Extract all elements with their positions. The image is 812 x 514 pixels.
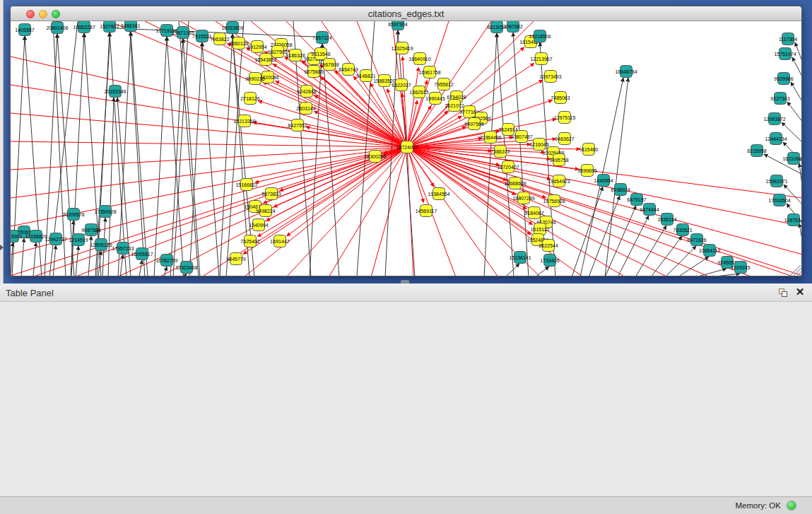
graph-node[interactable]	[104, 21, 116, 33]
graph-node[interactable]	[11, 230, 19, 243]
collapsed-control-panel[interactable]	[0, 0, 4, 284]
graph-node[interactable]	[230, 253, 242, 265]
graph-node[interactable]	[775, 93, 787, 105]
graph-node[interactable]	[620, 66, 632, 78]
network-view-window[interactable]: citations_edges.txt 18724007796382288601…	[10, 6, 802, 276]
graph-node[interactable]	[438, 78, 450, 90]
graph-node[interactable]	[529, 207, 541, 219]
graph-node[interactable]	[507, 21, 519, 33]
graph-node[interactable]	[317, 32, 329, 44]
graph-node[interactable]	[78, 21, 90, 33]
graph-node[interactable]	[559, 112, 571, 124]
graph-node[interactable]	[300, 103, 312, 115]
graph-node[interactable]	[343, 64, 355, 76]
graph-node[interactable]	[544, 255, 556, 267]
graph-node[interactable]	[469, 118, 481, 130]
graph-node[interactable]	[73, 234, 85, 246]
graph-node[interactable]	[677, 224, 689, 236]
graph-node[interactable]	[239, 115, 251, 127]
graph-node[interactable]	[292, 119, 304, 132]
graph-node[interactable]	[553, 154, 565, 166]
graph-node[interactable]	[751, 145, 763, 157]
graph-node[interactable]	[360, 70, 372, 82]
graph-node[interactable]	[260, 205, 272, 217]
graph-node[interactable]	[86, 224, 98, 236]
graph-node[interactable]	[396, 79, 408, 91]
graph-node[interactable]	[249, 201, 261, 213]
graph-node[interactable]	[615, 184, 627, 196]
graph-node[interactable]	[430, 93, 442, 105]
graph-node[interactable]	[770, 133, 782, 145]
graph-node[interactable]	[420, 205, 433, 217]
graph-node[interactable]	[631, 194, 643, 206]
graph-node[interactable]	[379, 75, 391, 87]
graph-node[interactable]	[50, 233, 62, 245]
graph-node[interactable]	[788, 153, 800, 165]
graph-node[interactable]	[532, 234, 544, 246]
graph-node[interactable]	[534, 223, 546, 235]
graph-node[interactable]	[214, 33, 226, 45]
graph-node[interactable]	[370, 151, 382, 163]
graph-node[interactable]	[233, 37, 245, 49]
graph-node[interactable]	[68, 209, 80, 221]
close-panel-icon[interactable]: ✕	[794, 286, 806, 298]
graph-node[interactable]	[315, 48, 327, 60]
graph-node[interactable]	[704, 245, 716, 257]
graph-node[interactable]	[272, 46, 284, 58]
graph-node[interactable]	[495, 146, 507, 158]
graph-node[interactable]	[545, 71, 557, 83]
graph-node[interactable]	[253, 219, 265, 231]
graph-node[interactable]	[502, 124, 514, 136]
graph-node[interactable]	[413, 86, 425, 98]
graph-node[interactable]	[464, 106, 476, 118]
graph-node[interactable]	[644, 204, 656, 216]
graph-node[interactable]	[161, 255, 173, 267]
graph-node[interactable]	[534, 30, 546, 42]
graph-node[interactable]	[774, 194, 786, 206]
graph-node[interactable]	[117, 243, 129, 255]
graph-node[interactable]	[274, 235, 286, 247]
graph-node[interactable]	[301, 86, 313, 98]
graph-node[interactable]	[722, 257, 734, 269]
graph-node[interactable]	[778, 73, 790, 85]
graph-node[interactable]	[536, 53, 548, 65]
graph-node[interactable]	[18, 226, 30, 238]
graph-node[interactable]	[181, 262, 193, 274]
graph-node[interactable]	[661, 214, 673, 226]
graph-node[interactable]	[782, 33, 794, 45]
graph-node[interactable]	[491, 21, 503, 33]
graph-node[interactable]	[262, 71, 274, 83]
graph-node[interactable]	[30, 230, 42, 243]
graph-node[interactable]	[449, 100, 461, 112]
graph-node[interactable]	[100, 206, 112, 218]
graph-node[interactable]	[392, 21, 404, 30]
graph-node[interactable]	[518, 192, 530, 204]
graph-node[interactable]	[510, 177, 522, 189]
network-canvas-area[interactable]: 1872400779638228860128891295422226058982…	[11, 21, 802, 276]
graph-node[interactable]	[543, 240, 555, 252]
graph-node[interactable]	[433, 188, 445, 200]
graph-node[interactable]	[245, 93, 257, 105]
graph-node[interactable]	[249, 73, 261, 85]
graph-node[interactable]	[136, 248, 148, 260]
graph-node[interactable]	[95, 239, 107, 251]
graph-node[interactable]	[401, 141, 413, 153]
graph-node[interactable]	[598, 175, 610, 187]
graph-node[interactable]	[161, 25, 173, 37]
graph-node[interactable]	[308, 66, 320, 78]
graph-node[interactable]	[779, 48, 792, 60]
float-panel-icon[interactable]	[777, 287, 789, 298]
graph-node[interactable]	[177, 27, 189, 39]
graph-node[interactable]	[516, 131, 528, 143]
graph-node[interactable]	[553, 175, 565, 187]
expand-panel-arrow-icon[interactable]	[0, 245, 4, 250]
graph-node[interactable]	[19, 24, 31, 36]
graph-node[interactable]	[691, 234, 703, 246]
graph-node[interactable]	[534, 139, 546, 151]
graph-node[interactable]	[424, 66, 436, 78]
graph-node[interactable]	[266, 188, 278, 200]
graph-node[interactable]	[227, 22, 239, 34]
graph-node[interactable]	[245, 235, 257, 247]
graph-node[interactable]	[771, 175, 783, 187]
graph-node[interactable]	[324, 59, 336, 71]
